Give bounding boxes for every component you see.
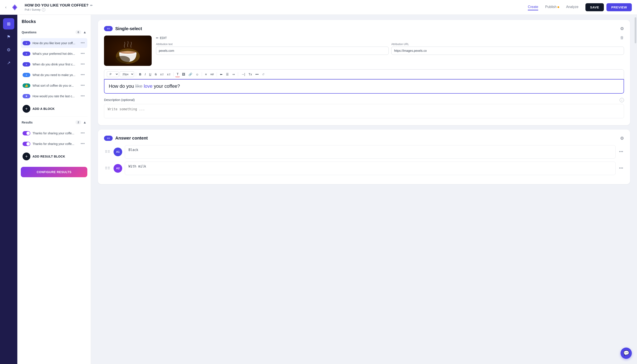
chat-bubble[interactable]: 💬 (620, 348, 632, 359)
toolbar-sep-4 (217, 72, 217, 76)
add-result-label: ADD RESULT BLOCK (32, 155, 65, 158)
question-label-4: What do you need to make yo... (32, 73, 78, 77)
question-item-2[interactable]: ≡ What's your preferred hot drin... ••• (21, 49, 87, 58)
preview-button[interactable]: PREVIEW (606, 3, 632, 11)
attribution-text-input[interactable] (156, 46, 389, 55)
drag-handle-1[interactable]: ⠿⠿ (104, 149, 111, 155)
toolbar-sep-2 (173, 72, 174, 76)
results-toggle[interactable]: ▲ (83, 120, 86, 124)
add-block-button[interactable]: + ADD A BLOCK (21, 103, 87, 115)
add-result-icon: + (22, 152, 30, 160)
result-toggle-2[interactable] (22, 142, 30, 146)
answer-card-title-area: ≡≡ Answer content (104, 136, 148, 141)
superscript-button[interactable]: x2 (159, 72, 165, 77)
configure-results-button[interactable]: CONFIGURE RESULTS (21, 167, 87, 177)
question-item-4[interactable]: ≡ What do you need to make yo... ••• (21, 70, 87, 80)
question-menu-5[interactable]: ••• (80, 83, 86, 88)
result-menu-2[interactable]: ••• (80, 141, 86, 146)
survey-title: HOW DO YOU LIKE YOUR COFFEE? ✏ (25, 3, 524, 8)
result-item-2[interactable]: Thanks for sharing your coffe... ••• (21, 139, 87, 149)
answer-type-icon: ≡≡ (107, 137, 110, 140)
question-menu-4[interactable]: ••• (80, 72, 86, 78)
link-button[interactable]: 🔗 (187, 72, 194, 77)
clear-format-button[interactable]: Tx (247, 72, 253, 77)
scroll-track (634, 15, 637, 364)
add-result-block-button[interactable]: + ADD RESULT BLOCK (21, 150, 87, 162)
question-card-title-area: ≡≡ Single-select (104, 26, 142, 31)
edit-title-icon[interactable]: ✏ (90, 4, 93, 7)
image-button[interactable]: 🖼 (181, 72, 186, 77)
result-menu-1[interactable]: ••• (80, 130, 86, 136)
question-menu-6[interactable]: ••• (80, 94, 86, 99)
answer-input-2[interactable]: With milk (125, 162, 616, 175)
tab-create[interactable]: Create (528, 4, 538, 10)
edit-image-button[interactable]: ✏ EDIT (156, 36, 167, 40)
result-item-1[interactable]: Thanks for sharing your coffe... ••• (21, 128, 87, 138)
align-right-button[interactable]: ⇒ (231, 72, 236, 77)
question-item-6[interactable]: ★ How would you rate the last c... ••• (21, 91, 87, 101)
question-item-5[interactable]: 👍 What sort of coffee do you or... ••• (21, 80, 87, 90)
bold-button[interactable]: B (138, 72, 142, 77)
strikethrough-button[interactable]: S (154, 72, 158, 77)
align-left-button[interactable]: ⬅ (218, 72, 224, 77)
coffee-svg (104, 36, 152, 66)
question-label-2: What's your preferred hot drin... (32, 52, 78, 56)
sidebar-item-flag[interactable]: ⚑ (3, 31, 14, 42)
svg-point-4 (124, 51, 131, 53)
subscript-button[interactable]: x2 (166, 72, 172, 77)
italic-button[interactable]: I (144, 72, 147, 77)
underline-button[interactable]: U (148, 72, 152, 77)
tab-analyze[interactable]: Analyze (566, 4, 578, 10)
question-text: How do you like love your coffee? (109, 84, 180, 89)
scroll-thumb[interactable] (634, 17, 636, 43)
question-menu-3[interactable]: ••• (80, 62, 86, 67)
save-button[interactable]: SAVE (586, 3, 604, 11)
question-item-3[interactable]: ≡ When do you drink your first c... ••• (21, 59, 87, 69)
indent-button[interactable]: →| (240, 72, 246, 77)
sidebar-item-share[interactable]: ↗ (3, 57, 14, 68)
question-type-icon: ≡≡ (107, 27, 110, 30)
ordered-list-button[interactable]: ≡# (209, 72, 215, 77)
description-input[interactable] (104, 104, 624, 118)
question-icon-2: ≡ (22, 52, 30, 56)
main-content: ≡≡ Single-select ⚙ (91, 15, 637, 364)
back-icon: ‹ (5, 5, 6, 10)
question-editor[interactable]: How do you like love your coffee? (104, 79, 624, 94)
questions-toggle[interactable]: ▲ (83, 30, 86, 34)
question-menu-2[interactable]: ••• (80, 51, 86, 56)
sidebar-item-blocks[interactable]: ⊞ (3, 18, 14, 30)
question-settings-button[interactable]: ⚙ (620, 26, 624, 31)
toggle-knob-1 (26, 132, 30, 135)
answer-menu-2[interactable]: ••• (618, 165, 624, 172)
fontsize-select[interactable]: 20px 16px 24px (120, 71, 134, 77)
attribution-text-field: Attribution text (156, 43, 389, 55)
unordered-list-button[interactable]: ≡ (204, 72, 208, 77)
description-info-icon: i (620, 98, 624, 102)
align-center-button[interactable]: ☰ (225, 72, 230, 77)
attribution-url-input[interactable] (391, 46, 624, 55)
answer-row-1: ⠿⠿ A1 Black ••• (104, 145, 624, 158)
answer-settings-button[interactable]: ⚙ (620, 136, 624, 141)
answer-input-1[interactable]: Black (125, 145, 616, 158)
toolbar-sep-3 (202, 72, 202, 76)
undo-button[interactable]: ↺ (261, 72, 266, 77)
question-menu-1[interactable]: ••• (80, 40, 86, 46)
question-icon-4: ≡ (22, 73, 30, 77)
question-icon-6: ★ (22, 94, 30, 98)
svg-point-5 (115, 56, 130, 64)
more-options-button[interactable]: ••• (254, 72, 260, 77)
text-color-button[interactable]: T (175, 72, 180, 77)
tab-publish[interactable]: Publish (545, 4, 559, 10)
drag-handle-2[interactable]: ⠿⠿ (104, 165, 111, 171)
result-toggle-1[interactable] (22, 131, 30, 136)
answer-menu-1[interactable]: ••• (618, 149, 624, 155)
question-item-1[interactable]: ≡ How do you like love your coff... ••• (21, 38, 87, 48)
emoji-button[interactable]: ☺ (194, 72, 200, 77)
sidebar-item-settings[interactable]: ⚙ (3, 44, 14, 56)
back-button[interactable]: ‹ (5, 5, 6, 10)
divider (21, 116, 87, 117)
delete-image-button[interactable]: 🗑 (620, 36, 624, 40)
logo (10, 2, 20, 12)
result-label-1: Thanks for sharing your coffe... (32, 132, 78, 135)
paragraph-select[interactable]: P H1 H2 (107, 71, 119, 77)
